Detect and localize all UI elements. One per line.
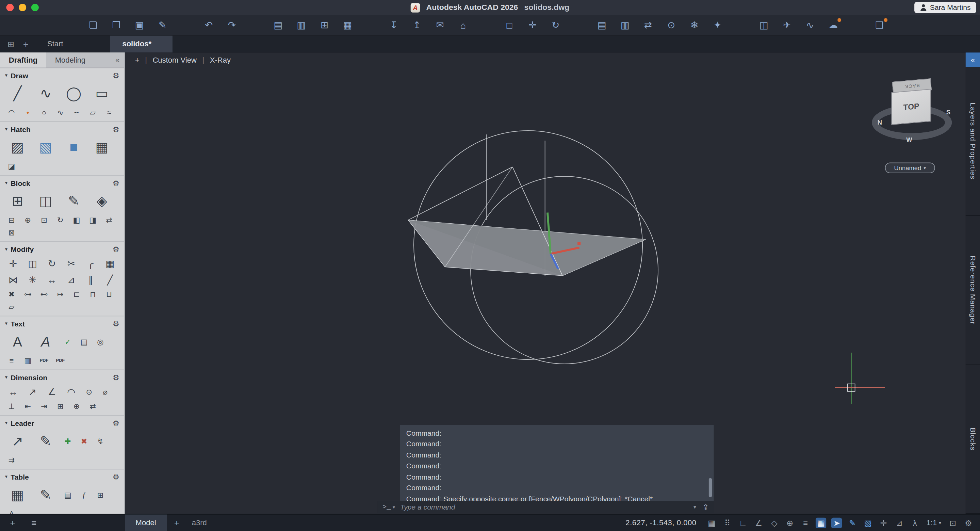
grid-display-icon[interactable]: ▦	[706, 517, 717, 528]
measure-icon[interactable]: ⊔	[102, 289, 116, 300]
palette-tab-modeling[interactable]: Modeling	[46, 53, 94, 67]
annotation-visibility-icon[interactable]: λ	[910, 517, 920, 528]
gear-icon[interactable]: ⚙	[113, 71, 119, 80]
right-tab-blocks[interactable]: Blocks	[966, 365, 980, 514]
chamfer-icon[interactable]: ╱	[102, 273, 118, 287]
insert-block-icon[interactable]: ⊞	[5, 190, 30, 212]
layout-tab-a3rd[interactable]: a3rd	[192, 518, 207, 527]
tab-overview-icon[interactable]: ⊞	[8, 39, 14, 49]
copy-icon[interactable]: ◫	[24, 256, 41, 271]
sync-attributes-icon[interactable]: ↻	[54, 214, 67, 225]
spline-icon[interactable]: ∿	[54, 107, 67, 118]
import-icon[interactable]: ↧	[387, 18, 401, 32]
zoom-button[interactable]	[31, 4, 39, 11]
section-header-draw[interactable]: ▾ Draw ⚙	[0, 70, 124, 81]
ellipse-icon[interactable]: ○	[37, 107, 51, 118]
command-input[interactable]: Type a command	[400, 503, 694, 510]
spell-check-icon[interactable]: ✓	[61, 336, 75, 347]
orbit-icon[interactable]: ↻	[549, 18, 563, 32]
offset-icon[interactable]: ∥	[82, 273, 99, 287]
grid-snap-icon[interactable]: ▦	[816, 517, 826, 528]
tolerance-icon[interactable]: ⊞	[54, 401, 67, 411]
justify-text-icon[interactable]: ≡	[5, 355, 18, 365]
formula-icon[interactable]: ƒ	[78, 490, 91, 501]
viewcube[interactable]: N S W E BACK TOP	[870, 78, 958, 148]
mtext-icon[interactable]: A	[5, 331, 30, 353]
page-setup-icon[interactable]: ⊞	[318, 18, 331, 32]
solid-fill-icon[interactable]: ■	[61, 136, 86, 159]
pyramid-edge-left[interactable]	[408, 167, 512, 220]
center-mark-icon[interactable]: ⊕	[70, 401, 83, 411]
compass-west-label[interactable]: W	[906, 136, 912, 143]
isometric-drafting-icon[interactable]: ◇	[769, 517, 780, 528]
erase-icon[interactable]: ✖	[5, 289, 18, 300]
baseline-dimension-icon[interactable]: ⇤	[21, 401, 34, 411]
undo-icon[interactable]: ↶	[202, 18, 215, 32]
save-as-icon[interactable]: ✎	[156, 18, 169, 32]
break-icon[interactable]: ⊷	[37, 289, 51, 300]
selection-window-icon[interactable]: □	[503, 18, 516, 32]
fillet-icon[interactable]: ╭	[82, 256, 99, 271]
multileader-style-icon[interactable]: ✎	[33, 430, 58, 453]
minimize-button[interactable]	[19, 4, 26, 11]
new-layout-icon[interactable]: +	[174, 518, 179, 528]
snap-mode-icon[interactable]: ⠿	[722, 517, 733, 528]
arc-icon[interactable]: ◠	[5, 107, 18, 118]
revision-cloud-icon[interactable]: ≈	[102, 107, 116, 118]
section-header-text[interactable]: ▾ Text ⚙	[0, 318, 124, 329]
drawing-area[interactable]: +Custom ViewX-Ray N S W E BAC	[125, 53, 966, 514]
angular-dimension-icon[interactable]: ∠	[44, 384, 60, 399]
move-icon[interactable]: ✛	[5, 256, 21, 271]
line-icon[interactable]: ╱	[5, 82, 30, 105]
base-point-icon[interactable]: ⊕	[21, 214, 34, 225]
gradient-icon[interactable]: ▧	[33, 136, 58, 159]
selection-cycling-icon[interactable]: ➤	[831, 517, 842, 528]
field-icon[interactable]: ▥	[21, 355, 34, 365]
sheet-set-manager-icon[interactable]: ◫	[757, 18, 770, 32]
command-scrollbar-thumb[interactable]	[709, 478, 712, 497]
share-drawing-icon[interactable]: ✈	[780, 18, 794, 32]
compass-north-label[interactable]: N	[878, 119, 882, 126]
close-button[interactable]	[6, 4, 14, 11]
gear-icon[interactable]: ⚙	[113, 124, 119, 134]
polar-tracking-icon[interactable]: ∠	[753, 517, 764, 528]
point-icon[interactable]: •	[21, 107, 34, 118]
viewport-menu-control[interactable]: +	[135, 56, 140, 64]
replace-block-icon[interactable]: ⇄	[102, 214, 116, 225]
block-editor-icon[interactable]: ◨	[86, 214, 99, 225]
view-control[interactable]: Custom View	[145, 56, 197, 64]
plot-preview-icon[interactable]: ▥	[294, 18, 308, 32]
isolate-objects-icon[interactable]: ⊡	[947, 517, 958, 528]
edit-polyline-icon[interactable]: ▱	[5, 301, 18, 312]
open-file-icon[interactable]: ❐	[109, 18, 123, 32]
purge-icon[interactable]: ⊠	[5, 227, 18, 238]
dimension-break-icon[interactable]: ⇄	[86, 401, 99, 411]
layer-freeze-icon[interactable]: ❄	[687, 18, 701, 32]
export-table-icon[interactable]: A	[5, 508, 18, 514]
palette-menu-icon[interactable]: ≡	[31, 518, 37, 528]
align-leaders-icon[interactable]: ↯	[94, 436, 107, 446]
right-tab-reference-manager[interactable]: Reference Manager	[966, 216, 980, 365]
panel-collapse-icon[interactable]: «	[966, 53, 980, 67]
find-text-icon[interactable]: ◎	[94, 336, 107, 347]
create-block-icon[interactable]: ◫	[33, 190, 58, 212]
array-icon[interactable]: ▦	[102, 256, 118, 271]
arc-length-dimension-icon[interactable]: ◠	[63, 384, 80, 399]
tab-solidos[interactable]: solidos*	[110, 35, 172, 53]
dynamic-ucs-icon[interactable]: ⊿	[894, 517, 904, 528]
command-history[interactable]: Command:Command:Command:Command:Command:…	[400, 425, 714, 501]
gear-icon[interactable]: ⚙	[113, 419, 119, 427]
hatch-icon[interactable]: ▨	[5, 136, 30, 159]
align-icon[interactable]: ⊏	[70, 289, 83, 300]
attach-reference-icon[interactable]: ⊡	[37, 214, 51, 225]
etransmit-icon[interactable]: ✉	[433, 18, 447, 32]
annotation-scale-control[interactable]: 1:1 ▾	[927, 518, 942, 527]
right-tab-layers-properties[interactable]: Layers and Properties	[966, 67, 980, 216]
pdf-import-icon[interactable]: PDF	[37, 355, 51, 365]
command-options-caret-icon[interactable]: ▾	[393, 504, 395, 510]
markup-import-icon[interactable]: ❑	[872, 18, 886, 32]
layer-properties-icon[interactable]: ▤	[595, 18, 609, 32]
command-input-row[interactable]: >_ ▾ Type a command ▾ ⇪	[377, 501, 714, 513]
section-header-dimension[interactable]: ▾ Dimension ⚙	[0, 372, 124, 383]
section-header-hatch[interactable]: ▾ Hatch ⚙	[0, 124, 124, 134]
